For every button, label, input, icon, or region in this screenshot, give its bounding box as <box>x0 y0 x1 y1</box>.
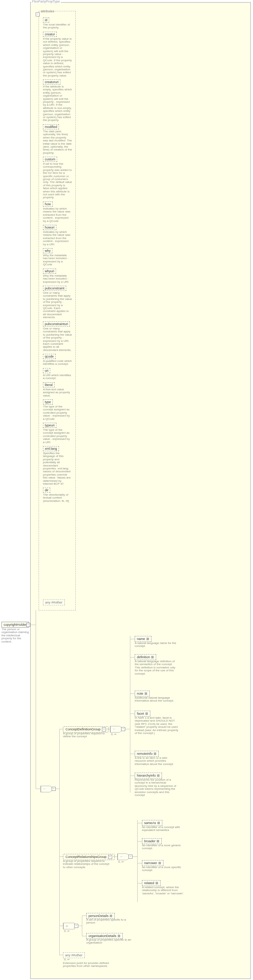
expand-icon[interactable]: ⊞ <box>146 637 149 641</box>
element-label: broader <box>144 839 155 843</box>
attribute-desc: A free-text value assigned as property v… <box>43 388 72 397</box>
element-desc: A link to an item or a web resource whic… <box>135 757 179 766</box>
element-narrower[interactable]: narrower⊞ <box>142 860 163 866</box>
any-other-desc: Extension point for provider-defined pro… <box>63 962 110 968</box>
element-desc: An identifier of a more generic concept. <box>142 844 186 850</box>
seq-crg-toggle[interactable]: − <box>128 854 133 859</box>
element-label: name <box>137 637 145 641</box>
attribute-desc: The type of the concept assigned as cont… <box>43 429 72 444</box>
attribute-pubconstraint: pubconstraintOne or many constraints tha… <box>43 286 72 319</box>
choice-toggle[interactable]: − <box>74 924 78 928</box>
crg-occur: 0..∞ <box>118 860 124 863</box>
attribute-name[interactable]: pubconstrainturi <box>43 321 70 326</box>
attribute-uri: uriA URI which identifies a concept. <box>43 368 72 380</box>
any-other-element: any ##other <box>63 952 85 958</box>
element-facet[interactable]: facet⊞ <box>135 711 150 716</box>
seq-cdg-toggle[interactable]: − <box>121 727 125 731</box>
element-name[interactable]: name⊞ <box>135 636 152 642</box>
attribute-desc: Why the metadata has been included - exp… <box>43 274 72 283</box>
crg-label: ConceptRelationshipsGroup <box>65 855 107 859</box>
expand-icon[interactable]: ⊞ <box>144 692 147 695</box>
element-label: facet <box>137 712 144 716</box>
attribute-pubconstrainturi: pubconstrainturiOne or many constraints … <box>43 321 72 352</box>
element-label: definition <box>137 655 150 659</box>
expand-icon[interactable]: ⊞ <box>157 839 160 843</box>
attribute-how: howIndicates by which means the value wa… <box>43 202 72 223</box>
element-label: hierarchyInfo <box>137 774 156 777</box>
expand-icon[interactable]: ⊞ <box>157 774 160 777</box>
element-desc: A natural language name for the concept. <box>135 642 179 648</box>
attribute-name[interactable]: type <box>43 399 53 404</box>
attribute-name[interactable]: literal <box>43 382 55 387</box>
attribute-name[interactable]: typeuri <box>43 423 57 428</box>
element-definition[interactable]: definition⊞ <box>135 654 156 660</box>
attribute-modified: modifiedThe date (and, optionally, the t… <box>43 124 72 154</box>
expand-icon[interactable]: ⊞ <box>109 914 112 918</box>
person-details-label: personDetails <box>89 914 109 918</box>
expand-icon[interactable]: ⊞ <box>155 881 158 885</box>
attribute-desc: A URI which identifies a concept. <box>43 374 72 380</box>
attribute-desc: One or many constraints that apply to pu… <box>43 327 72 352</box>
any-other-attribute: any ##other <box>43 600 65 605</box>
element-desc: Represents the position of a concept in … <box>135 778 179 797</box>
element-broader[interactable]: broader⊞ <box>142 838 161 844</box>
sequence-main-toggle[interactable]: − <box>52 787 56 791</box>
expand-icon[interactable]: ⊞ <box>151 655 154 659</box>
cdg-toggle[interactable]: − <box>102 727 106 732</box>
attribute-name[interactable]: howuri <box>43 225 57 230</box>
attribute-id: idThe local identifier of the property. <box>43 18 72 30</box>
expand-icon[interactable]: ⊞ <box>157 821 160 825</box>
attribute-name[interactable]: pubconstraint <box>43 286 66 291</box>
diagram-canvas: FlexPartyPropType copyrightHolder − The … <box>0 0 253 980</box>
attributes-toggle[interactable]: − <box>36 13 40 16</box>
type-name-label: FlexPartyPropType <box>31 0 61 3</box>
expand-icon[interactable]: ⊞ <box>145 712 148 716</box>
attribute-custom: customIf set to true the corresponding p… <box>43 157 72 199</box>
attribute-name[interactable]: id <box>43 18 49 22</box>
cdg-occur: 0..∞ <box>111 733 117 736</box>
attribute-desc: If the attribute is empty, specifies whi… <box>43 85 72 122</box>
sequence-compositor-cdg: — · · · <box>110 726 122 733</box>
attribute-name[interactable]: whyuri <box>43 269 56 274</box>
person-details-desc: A set of properties specific to a person <box>86 918 134 924</box>
element-remoteInfo[interactable]: remoteInfo⊞ <box>135 751 159 757</box>
element-desc: An identifier of a concept with equivale… <box>142 826 186 832</box>
root-element-desc: The person or organisation claiming the … <box>2 628 30 643</box>
expand-icon[interactable]: ⊞ <box>153 752 157 756</box>
element-sameAs[interactable]: sameAs⊞ <box>142 820 162 826</box>
crg-toggle[interactable]: − <box>108 855 112 859</box>
element-desc: Additional natural language information … <box>135 697 179 703</box>
expand-icon[interactable]: ⊞ <box>158 861 161 865</box>
attribute-creatoruri: creatoruriIf the attribute is empty, spe… <box>43 80 72 122</box>
element-label: sameAs <box>144 821 156 825</box>
cdg-label: ConceptDefinitionGroup <box>65 727 100 731</box>
attribute-desc: A qualified code which identifies a conc… <box>43 360 72 366</box>
element-desc: In NAR 1.8 and later, facet is deprecate… <box>135 716 179 735</box>
root-element[interactable]: copyrightHolder <box>2 622 29 628</box>
attribute-qcode: qcodeA qualified code which identifies a… <box>43 354 72 366</box>
attribute-name[interactable]: uri <box>43 368 50 373</box>
root-expand-toggle[interactable]: − <box>26 623 30 627</box>
attribute-name[interactable]: qcode <box>43 354 56 359</box>
attribute-desc: The date (and, optionally, the time) whe… <box>43 130 72 154</box>
expand-icon[interactable]: ⊞ <box>118 934 120 938</box>
attribute-dir: dirThe directionality of textual content… <box>43 488 72 503</box>
attribute-name[interactable]: creatoruri <box>43 80 60 84</box>
attribute-name[interactable]: modified <box>43 124 59 129</box>
attribute-name[interactable]: xml:lang <box>43 446 59 451</box>
attribute-name[interactable]: how <box>43 202 53 207</box>
attribute-name[interactable]: creator <box>43 32 57 37</box>
element-desc: A related concept, where the relationshi… <box>142 886 186 895</box>
org-details-desc: A group of properties specific to an org… <box>86 939 137 945</box>
element-hierarchyInfo[interactable]: hierarchyInfo⊞ <box>135 773 162 778</box>
attribute-desc: If set to true the corresponding propert… <box>43 162 72 199</box>
sequence-compositor-crg: — · · · <box>117 854 129 860</box>
cdg-desc: A group of properties required to define… <box>63 732 106 738</box>
attribute-name[interactable]: custom <box>43 157 57 162</box>
element-note[interactable]: note⊞ <box>135 690 150 697</box>
attribute-name[interactable]: why <box>43 248 52 253</box>
attribute-name[interactable]: dir <box>43 488 50 493</box>
element-desc: A natural language definition of the sem… <box>135 660 179 675</box>
element-related[interactable]: related⊞ <box>142 880 161 886</box>
attribute-desc: The directionality of textual content (e… <box>43 493 72 503</box>
